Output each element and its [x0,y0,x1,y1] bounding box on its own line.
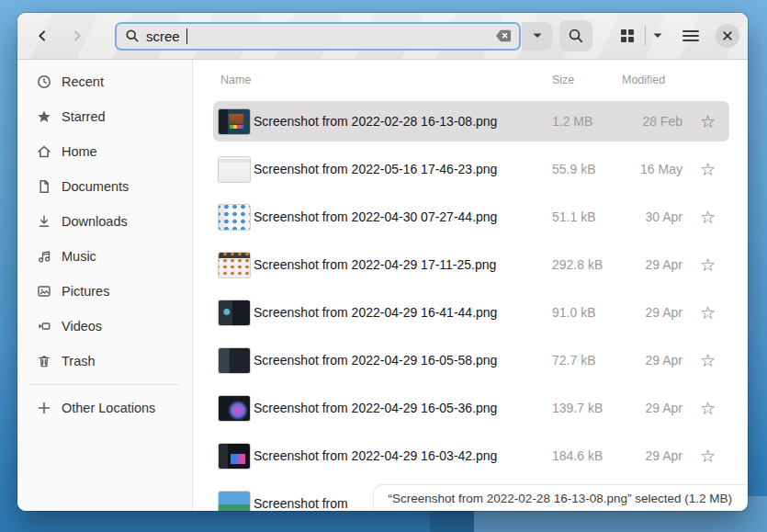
sidebar-item-label: Recent [62,74,104,89]
sidebar: Recent Starred Home Documents Downloads … [17,60,192,511]
document-icon [37,179,51,194]
status-bar: “Screenshot from 2022-02-28 16-13-08.png… [374,485,748,511]
forward-button[interactable] [62,20,93,51]
table-row[interactable]: Screenshot from 2022-04-29 17-11-25.png … [213,244,729,285]
file-size: 292.8 kB [552,257,622,272]
sidebar-item-other-locations[interactable]: Other Locations [17,391,192,425]
back-button[interactable] [27,20,58,51]
file-name: Screenshot from 2022-04-29 16-03-42.png [254,448,552,463]
file-modified: 29 Apr [622,448,686,463]
file-thumbnail [219,205,250,230]
column-header-size[interactable]: Size [552,74,622,86]
star-toggle-icon[interactable]: ☆ [686,352,729,369]
star-toggle-icon[interactable]: ☆ [686,304,729,322]
table-row[interactable]: Screenshot from 2022-04-29 16-05-58.png … [213,340,729,380]
table-row[interactable]: Screenshot from 2022-04-29 16-03-42.png … [213,436,729,476]
sidebar-item-label: Videos [62,319,102,334]
sidebar-item-label: Trash [62,354,96,368]
sidebar-item-downloads[interactable]: Downloads [17,204,192,239]
file-modified: 16 May [622,162,686,176]
sidebar-separator [30,384,179,385]
file-size: 51.1 kB [552,209,622,224]
plus-icon [37,401,51,415]
file-thumbnail [219,492,250,512]
table-row[interactable]: Screenshot from 2022-04-29 16-41-44.png … [213,292,729,333]
sidebar-item-label: Starred [62,109,106,124]
search-toggle-button[interactable] [559,20,592,51]
clear-search-button[interactable] [495,29,512,42]
sidebar-item-label: Other Locations [62,401,155,415]
menu-button[interactable] [677,20,705,51]
table-row[interactable]: Screenshot from 2022-05-16 17-46-23.png … [213,149,729,189]
star-icon [37,109,51,124]
nav-buttons [27,20,93,51]
view-options-dropdown[interactable] [646,20,670,51]
column-header-name[interactable]: Name [213,74,552,86]
view-switcher [610,20,670,51]
sidebar-item-label: Documents [62,179,129,194]
text-caret [186,28,187,44]
chevron-left-icon [35,28,50,43]
file-modified: 29 Apr [622,401,686,415]
file-thumbnail [219,348,250,373]
file-list: Name Size Modified Screenshot from 2022-… [193,60,748,511]
sidebar-item-label: Home [62,144,97,159]
sidebar-item-home[interactable]: Home [17,134,192,169]
star-toggle-icon[interactable]: ☆ [686,447,729,465]
search-options-dropdown[interactable] [522,22,552,51]
sidebar-item-recent[interactable]: Recent [17,64,192,99]
download-icon [37,214,51,229]
file-rows: Screenshot from 2022-02-28 16-13-08.png … [213,101,729,511]
file-name: Screenshot from 2022-04-29 16-41-44.png [254,305,552,320]
file-name: Screenshot from 2022-04-29 16-05-36.png [254,401,552,415]
chevron-down-icon [532,32,543,40]
trash-icon [37,354,51,368]
sidebar-item-music[interactable]: Music [17,239,192,274]
star-toggle-icon[interactable]: ☆ [686,161,729,178]
sidebar-item-pictures[interactable]: Pictures [17,274,192,309]
search-input[interactable]: scree [115,22,521,51]
file-thumbnail [219,109,250,134]
file-thumbnail [219,396,250,421]
sidebar-item-label: Downloads [62,214,128,229]
file-modified: 29 Apr [622,305,686,320]
star-toggle-icon[interactable]: ☆ [686,400,729,417]
grid-view-button[interactable] [610,20,645,51]
search-query-text: scree [146,28,180,44]
star-toggle-icon[interactable]: ☆ [686,256,729,274]
file-size: 184.6 kB [552,448,622,463]
file-modified: 28 Feb [622,114,686,129]
picture-icon [37,284,51,299]
table-row[interactable]: Screenshot from 2022-02-28 16-13-08.png … [213,101,729,141]
file-size: 91.0 kB [552,305,622,320]
close-button[interactable] [716,24,739,48]
video-camera-icon [37,319,51,334]
sidebar-item-trash[interactable]: Trash [17,344,192,379]
clock-icon [37,74,51,89]
sidebar-item-starred[interactable]: Starred [17,99,192,134]
star-toggle-icon[interactable]: ☆ [686,209,729,226]
file-modified: 29 Apr [622,353,686,368]
file-name: Screenshot from 2022-04-29 17-11-25.png [254,257,552,272]
clear-icon [495,29,512,42]
headerbar-right-controls [610,20,739,51]
table-row[interactable]: Screenshot from 2022-04-29 16-05-36.png … [213,388,729,428]
column-header-modified[interactable]: Modified [622,74,686,86]
selection-status-text: “Screenshot from 2022-02-28 16-13-08.png… [389,492,732,505]
home-icon [37,144,51,159]
sidebar-item-videos[interactable]: Videos [17,309,192,344]
search-icon [125,28,140,43]
chevron-right-icon [70,28,85,43]
table-row[interactable]: Screenshot from 2022-04-30 07-27-44.png … [213,197,729,237]
star-toggle-icon[interactable]: ☆ [686,113,729,130]
headerbar: scree [17,13,748,60]
file-thumbnail [219,300,250,325]
file-thumbnail [219,444,250,469]
file-name: Screenshot from 2022-05-16 17-46-23.png [254,162,552,176]
files-window: scree [17,13,748,511]
file-size: 72.7 kB [552,353,622,368]
list-column-headers: Name Size Modified [213,65,729,95]
sidebar-item-documents[interactable]: Documents [17,169,192,204]
file-name: Screenshot from 2022-04-29 16-05-58.png [254,353,552,368]
grid-view-icon [619,28,636,44]
